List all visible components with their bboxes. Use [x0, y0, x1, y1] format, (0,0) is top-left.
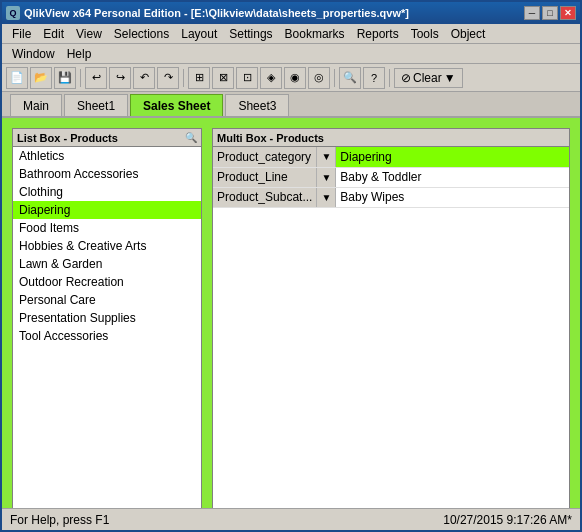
- close-button[interactable]: ✕: [560, 6, 576, 20]
- tab-main[interactable]: Main: [10, 94, 62, 116]
- menu-bar: File Edit View Selections Layout Setting…: [2, 24, 580, 44]
- content-area: List Box - Products 🔍 Athletics Bathroom…: [2, 118, 580, 530]
- toolbar-new[interactable]: 📄: [6, 67, 28, 89]
- multi-box-header: Multi Box - Products: [213, 129, 569, 147]
- menu-layout[interactable]: Layout: [175, 25, 223, 43]
- toolbar-sep-3: [334, 69, 335, 87]
- field-name-category: Product_category: [213, 147, 317, 167]
- toolbar-btn-7[interactable]: ⊡: [236, 67, 258, 89]
- multi-box-products: Multi Box - Products Product_category ▼ …: [212, 128, 570, 520]
- toolbar-btn-5[interactable]: ⊞: [188, 67, 210, 89]
- list-item[interactable]: Hobbies & Creative Arts: [13, 237, 201, 255]
- clear-button[interactable]: ⊘ Clear ▼: [394, 68, 463, 88]
- list-item[interactable]: Lawn & Garden: [13, 255, 201, 273]
- menu-bookmarks[interactable]: Bookmarks: [279, 25, 351, 43]
- minimize-button[interactable]: ─: [524, 6, 540, 20]
- menu-object[interactable]: Object: [445, 25, 492, 43]
- tab-sales-sheet[interactable]: Sales Sheet: [130, 94, 223, 116]
- list-item[interactable]: Athletics: [13, 147, 201, 165]
- toolbar-forward[interactable]: ↪: [109, 67, 131, 89]
- datetime-display: 10/27/2015 9:17:26 AM*: [443, 513, 572, 527]
- value-subcat[interactable]: Baby Wipes: [336, 187, 569, 207]
- multi-box-table: Product_category ▼ Diapering Product_Lin…: [213, 147, 569, 208]
- menu-edit[interactable]: Edit: [37, 25, 70, 43]
- clear-arrow-icon: ▼: [444, 71, 456, 85]
- menu-reports[interactable]: Reports: [351, 25, 405, 43]
- list-items-container: Athletics Bathroom Accessories Clothing …: [13, 147, 201, 519]
- clear-eraser-icon: ⊘: [401, 71, 411, 85]
- dropdown-arrow-line[interactable]: ▼: [317, 167, 336, 187]
- toolbar: 📄 📂 💾 ↩ ↪ ↶ ↷ ⊞ ⊠ ⊡ ◈ ◉ ◎ 🔍 ? ⊘ Clear ▼: [2, 64, 580, 92]
- list-item[interactable]: Personal Care: [13, 291, 201, 309]
- clear-label: Clear: [413, 71, 442, 85]
- table-row: Product_Line ▼ Baby & Toddler: [213, 167, 569, 187]
- toolbar-undo[interactable]: ↶: [133, 67, 155, 89]
- menu-bar-2: Window Help: [2, 44, 580, 64]
- list-item[interactable]: Tool Accessories: [13, 327, 201, 345]
- dropdown-arrow-subcat[interactable]: ▼: [317, 187, 336, 207]
- list-box-products: List Box - Products 🔍 Athletics Bathroom…: [12, 128, 202, 520]
- help-text: For Help, press F1: [10, 513, 109, 527]
- list-item-diapering[interactable]: Diapering: [13, 201, 201, 219]
- menu-settings[interactable]: Settings: [223, 25, 278, 43]
- list-box-header: List Box - Products 🔍: [13, 129, 201, 147]
- toolbar-btn-12[interactable]: ?: [363, 67, 385, 89]
- menu-file[interactable]: File: [6, 25, 37, 43]
- toolbar-back[interactable]: ↩: [85, 67, 107, 89]
- menu-window[interactable]: Window: [6, 45, 61, 63]
- table-row: Product_category ▼ Diapering: [213, 147, 569, 167]
- table-row: Product_Subcat... ▼ Baby Wipes: [213, 187, 569, 207]
- title-bar-left: Q QlikView x64 Personal Edition - [E:\Ql…: [6, 6, 409, 20]
- list-item[interactable]: Outdoor Recreation: [13, 273, 201, 291]
- field-name-subcat: Product_Subcat...: [213, 187, 317, 207]
- value-line[interactable]: Baby & Toddler: [336, 167, 569, 187]
- menu-tools[interactable]: Tools: [405, 25, 445, 43]
- menu-view[interactable]: View: [70, 25, 108, 43]
- list-item[interactable]: Food Items: [13, 219, 201, 237]
- menu-help[interactable]: Help: [61, 45, 98, 63]
- main-window: Q QlikView x64 Personal Edition - [E:\Ql…: [0, 0, 582, 532]
- toolbar-btn-11[interactable]: 🔍: [339, 67, 361, 89]
- field-name-line: Product_Line: [213, 167, 317, 187]
- toolbar-sep-4: [389, 69, 390, 87]
- toolbar-btn-9[interactable]: ◉: [284, 67, 306, 89]
- title-bar: Q QlikView x64 Personal Edition - [E:\Ql…: [2, 2, 580, 24]
- status-bar: For Help, press F1 10/27/2015 9:17:26 AM…: [2, 508, 580, 530]
- maximize-button[interactable]: □: [542, 6, 558, 20]
- dropdown-arrow-category[interactable]: ▼: [317, 147, 336, 167]
- menu-selections[interactable]: Selections: [108, 25, 175, 43]
- list-box-search-icon[interactable]: 🔍: [185, 132, 197, 143]
- list-item[interactable]: Presentation Supplies: [13, 309, 201, 327]
- app-icon: Q: [6, 6, 20, 20]
- toolbar-btn-8[interactable]: ◈: [260, 67, 282, 89]
- list-item[interactable]: Bathroom Accessories: [13, 165, 201, 183]
- toolbar-sep-2: [183, 69, 184, 87]
- toolbar-btn-6[interactable]: ⊠: [212, 67, 234, 89]
- title-bar-buttons: ─ □ ✕: [524, 6, 576, 20]
- tab-sheet1[interactable]: Sheet1: [64, 94, 128, 116]
- toolbar-btn-10[interactable]: ◎: [308, 67, 330, 89]
- tab-sheet3[interactable]: Sheet3: [225, 94, 289, 116]
- window-title: QlikView x64 Personal Edition - [E:\Qlik…: [24, 7, 409, 19]
- multi-box-title: Multi Box - Products: [217, 132, 324, 144]
- list-box-title: List Box - Products: [17, 132, 118, 144]
- tabs-bar: Main Sheet1 Sales Sheet Sheet3: [2, 92, 580, 118]
- toolbar-open[interactable]: 📂: [30, 67, 52, 89]
- toolbar-redo[interactable]: ↷: [157, 67, 179, 89]
- value-category[interactable]: Diapering: [336, 147, 569, 167]
- list-item[interactable]: Clothing: [13, 183, 201, 201]
- toolbar-save[interactable]: 💾: [54, 67, 76, 89]
- toolbar-sep-1: [80, 69, 81, 87]
